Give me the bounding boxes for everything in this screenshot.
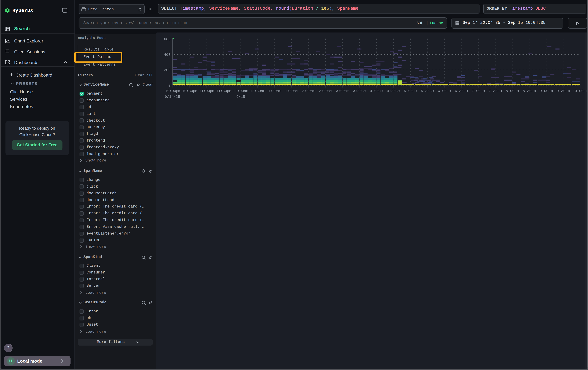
svg-text:5:00am: 5:00am — [404, 89, 417, 93]
svg-text:9:30am: 9:30am — [557, 89, 570, 93]
svg-text:1:00am: 1:00am — [268, 89, 281, 93]
svg-text:8:30am: 8:30am — [523, 89, 536, 93]
svg-text:10:30pm: 10:30pm — [182, 89, 197, 93]
svg-text:4:00am: 4:00am — [370, 89, 383, 93]
svg-text:11:30pm: 11:30pm — [216, 89, 231, 93]
svg-text:1:30am: 1:30am — [285, 89, 298, 93]
svg-text:9/14/25: 9/14/25 — [165, 95, 180, 99]
svg-text:8:00am: 8:00am — [506, 89, 519, 93]
svg-text:6:00am: 6:00am — [438, 89, 451, 93]
svg-text:200: 200 — [164, 68, 170, 72]
svg-text:12:30am: 12:30am — [250, 89, 265, 93]
svg-text:12:00am: 12:00am — [233, 89, 248, 93]
svg-text:9/15: 9/15 — [236, 95, 245, 99]
svg-text:400: 400 — [164, 53, 170, 57]
svg-text:2:30am: 2:30am — [319, 89, 332, 93]
svg-text:3:30am: 3:30am — [353, 89, 366, 93]
svg-text:7:00am: 7:00am — [472, 89, 485, 93]
svg-text:600: 600 — [164, 37, 170, 41]
svg-text:9:00am: 9:00am — [540, 89, 553, 93]
svg-text:11:00pm: 11:00pm — [199, 89, 214, 93]
svg-text:0: 0 — [168, 83, 170, 88]
svg-text:2:00am: 2:00am — [302, 89, 315, 93]
svg-text:6:30am: 6:30am — [455, 89, 468, 93]
svg-text:3:00am: 3:00am — [336, 89, 349, 93]
svg-text:10:00am: 10:00am — [573, 89, 588, 93]
svg-text:7:30am: 7:30am — [489, 89, 502, 93]
svg-text:4:30am: 4:30am — [387, 89, 400, 93]
svg-text:5:30am: 5:30am — [421, 89, 434, 93]
svg-text:10:00pm: 10:00pm — [165, 89, 180, 93]
